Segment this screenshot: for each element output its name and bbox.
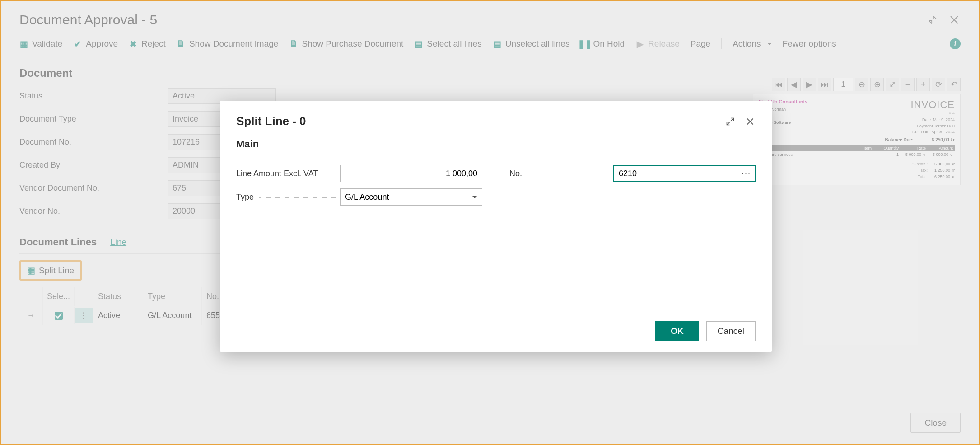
- inv-row-qty: 1: [872, 152, 899, 157]
- select-all-icon: ▤: [414, 39, 423, 48]
- select-all-button[interactable]: ▤Select all lines: [414, 39, 481, 49]
- next-page-icon[interactable]: ▶: [803, 78, 816, 91]
- modal-close-icon[interactable]: [745, 116, 756, 127]
- pause-icon: ❚❚: [580, 39, 589, 48]
- inv-th-item: Item: [761, 146, 872, 150]
- validate-icon: ▦: [19, 39, 28, 48]
- inv-th-qty: Quantity: [872, 146, 899, 150]
- inv-row-amount: 5 000,00 kr: [926, 152, 953, 157]
- refresh-icon[interactable]: ⟳: [932, 78, 945, 91]
- select-all-label: Select all lines: [427, 39, 481, 49]
- page-title: Document Approval - 5: [19, 12, 157, 28]
- show-purchase-doc-label: Show Purchase Document: [302, 39, 403, 49]
- invoice-terms-label: Payment Terms:: [917, 124, 946, 128]
- fewer-options-button[interactable]: Fewer options: [783, 39, 836, 49]
- check-icon: ✔: [73, 39, 82, 48]
- th-status[interactable]: Status: [93, 287, 143, 306]
- close-icon[interactable]: [948, 14, 961, 26]
- toolbar-separator: [721, 38, 722, 49]
- info-icon[interactable]: i: [950, 38, 961, 49]
- inv-tax-label: Tax:: [891, 167, 928, 173]
- line-amount-label: Line Amount Excl. VAT: [236, 169, 340, 178]
- modal-title: Split Line - 0: [236, 114, 306, 128]
- first-page-icon[interactable]: ⏮: [772, 78, 785, 91]
- invoice-preview: First Up Consultants Jackie Norman Bill …: [753, 94, 961, 185]
- modal-section-title: Main: [236, 138, 756, 154]
- plus-icon[interactable]: +: [916, 78, 930, 91]
- invoice-due-label: Due Date:: [912, 130, 931, 134]
- validate-label: Validate: [32, 39, 62, 49]
- zoom-out-icon[interactable]: ⊖: [855, 78, 868, 91]
- th-type[interactable]: Type: [143, 287, 202, 306]
- vendorno-label: Vendor No.: [19, 206, 164, 216]
- status-label: Status: [19, 91, 164, 101]
- no-label: No.: [509, 169, 613, 178]
- type-value: G/L Account: [345, 192, 389, 202]
- page-button[interactable]: Page: [691, 39, 710, 49]
- minus-icon[interactable]: −: [901, 78, 915, 91]
- row-menu[interactable]: [75, 308, 93, 323]
- actions-label: Actions: [733, 39, 761, 49]
- play-icon: ▶: [635, 39, 644, 48]
- invoice-no: # 4: [885, 111, 955, 115]
- last-page-icon[interactable]: ⏭: [818, 78, 831, 91]
- createdby-label: Created By: [19, 160, 164, 170]
- doclines-title: Document Lines: [19, 236, 97, 248]
- reject-button[interactable]: ✖Reject: [129, 39, 166, 49]
- doc-icon: 🗎: [289, 39, 298, 48]
- approve-button[interactable]: ✔Approve: [73, 39, 118, 49]
- inv-subtotal: 5 000,00 kr: [928, 161, 955, 167]
- no-input[interactable]: [613, 165, 756, 182]
- on-hold-label: On Hold: [593, 39, 625, 49]
- show-purchase-doc-button[interactable]: 🗎Show Purchase Document: [289, 39, 403, 49]
- zoom-in-icon[interactable]: ⊕: [870, 78, 884, 91]
- ok-button[interactable]: OK: [655, 321, 699, 341]
- type-select[interactable]: G/L Account: [340, 188, 482, 206]
- invoice-terms: H30: [947, 124, 955, 128]
- row-status: Active: [93, 306, 143, 325]
- invoice-balance: 6 250,00 kr: [932, 137, 955, 142]
- unselect-all-button[interactable]: ▤Unselect all lines: [493, 39, 570, 49]
- split-line-button[interactable]: ▦ Split Line: [19, 260, 82, 281]
- invoice-date-label: Date:: [922, 117, 932, 122]
- prev-page-icon[interactable]: ◀: [787, 78, 801, 91]
- row-type: G/L Account: [143, 306, 202, 325]
- inv-subtotal-label: Subtotal:: [891, 161, 928, 167]
- validate-button[interactable]: ▦Validate: [19, 39, 62, 49]
- inv-total: 6 250,00 kr: [928, 173, 955, 180]
- th-sele[interactable]: Sele...: [43, 287, 75, 306]
- invoice-title: INVOICE: [885, 99, 955, 111]
- show-doc-image-button[interactable]: 🗎Show Document Image: [177, 39, 279, 49]
- invoice-due: Apr 30, 2024: [931, 130, 955, 134]
- lookup-icon[interactable]: ···: [742, 169, 751, 178]
- inv-total-label: Total:: [891, 173, 928, 180]
- inv-th-rate: Rate: [899, 146, 926, 150]
- close-button[interactable]: Close: [910, 413, 961, 433]
- split-line-label: Split Line: [39, 266, 74, 276]
- show-doc-image-label: Show Document Image: [189, 39, 279, 49]
- inv-row-item: Software services: [761, 152, 872, 157]
- expand-icon[interactable]: [725, 116, 736, 127]
- x-icon: ✖: [129, 39, 138, 48]
- inv-row-rate: 5 000,00 kr: [899, 152, 926, 157]
- doctype-label: Document Type: [19, 114, 164, 124]
- row-checkbox[interactable]: [55, 312, 63, 320]
- actions-dropdown[interactable]: Actions: [733, 39, 771, 49]
- row-arrow-icon[interactable]: →: [19, 306, 43, 325]
- on-hold-button[interactable]: ❚❚On Hold: [580, 39, 625, 49]
- line-link[interactable]: Line: [110, 237, 126, 247]
- invoice-date: Mar 9, 2024: [933, 117, 955, 122]
- line-amount-input[interactable]: [340, 165, 482, 182]
- document-section-title: Document: [19, 60, 744, 84]
- chevron-down-icon: [472, 196, 477, 201]
- collapse-icon[interactable]: [926, 14, 939, 26]
- approve-label: Approve: [86, 39, 118, 49]
- invoice-balance-label: Balance Due:: [885, 137, 913, 142]
- open-external-icon[interactable]: ⤢: [886, 78, 899, 91]
- split-line-icon: ▦: [27, 265, 35, 276]
- cancel-button[interactable]: Cancel: [706, 321, 756, 341]
- undo-icon[interactable]: ↶: [947, 78, 961, 91]
- docno-label: Document No.: [19, 137, 164, 147]
- page-number-input[interactable]: [833, 78, 853, 91]
- doc-image-icon: 🗎: [177, 39, 186, 48]
